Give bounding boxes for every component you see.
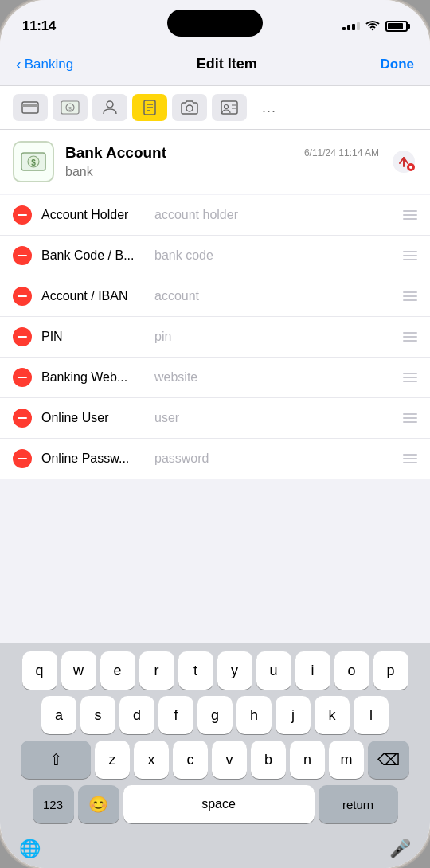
key-a[interactable]: a [41,696,76,734]
key-f[interactable]: f [158,696,194,734]
status-time: 11:14 [22,18,56,34]
wifi-icon [366,21,380,32]
toolbar-money-btn[interactable]: $ [53,94,88,121]
field-label-bank-code: Bank Code / B... [41,248,145,263]
drag-banking-web[interactable] [403,373,417,382]
key-n[interactable]: n [290,741,325,779]
key-o[interactable]: o [334,651,369,690]
field-value-pin: pin [154,330,393,344]
field-value-account-iban: account [154,289,393,303]
send-button[interactable] [390,148,417,175]
globe-icon[interactable]: 🌐 [19,839,41,859]
keyboard: q w e r t y u i o p a s d f g h j k [0,643,430,868]
svg-rect-0 [22,102,38,113]
svg-rect-11 [221,101,237,114]
keyboard-row-2: a s d f g h j k l [3,696,427,734]
key-t[interactable]: t [178,651,213,690]
svg-text:$: $ [31,158,36,167]
field-value-banking-web: website [154,370,393,385]
field-row-online-passw: Online Passw... password [0,439,430,479]
drag-online-passw[interactable] [403,454,417,463]
svg-point-12 [225,105,229,109]
item-header: $ Bank Account 6/11/24 11:14 AM [0,130,430,194]
key-w[interactable]: w [61,651,96,690]
phone-frame: 11:14 [0,0,430,868]
field-label-online-user: Online User [41,411,145,425]
toolbar-camera-btn[interactable] [172,94,207,121]
key-e[interactable]: e [100,651,135,690]
field-label-online-passw: Online Passw... [41,452,145,466]
toolbar-card-btn[interactable] [13,94,48,121]
key-k[interactable]: k [315,696,350,734]
field-row-banking-web: Banking Web... website [0,358,430,398]
item-name-input[interactable] [65,165,379,179]
key-u[interactable]: u [256,651,291,690]
status-icons [342,21,408,32]
svg-point-10 [186,105,193,111]
delete-online-user-btn[interactable] [13,409,32,428]
drag-pin[interactable] [403,332,417,342]
key-z[interactable]: z [95,741,130,779]
shift-key[interactable]: ⇧ [21,741,91,779]
mic-icon[interactable]: 🎤 [389,839,411,859]
key-v[interactable]: v [212,741,247,779]
key-c[interactable]: c [173,741,208,779]
battery-icon [385,21,408,32]
key-y[interactable]: y [217,651,252,690]
field-value-account-holder: account holder [154,208,393,222]
done-button[interactable]: Done [381,57,415,72]
field-row-account-iban: Account / IBAN account [0,276,430,317]
fields-list: Account Holder account holder Bank Code … [0,195,430,479]
return-key[interactable]: return [319,785,398,823]
key-x[interactable]: x [134,741,169,779]
svg-point-21 [409,166,412,169]
back-chevron-icon: ‹ [16,55,22,73]
key-l[interactable]: l [354,696,389,734]
field-label-banking-web: Banking Web... [41,370,145,385]
key-d[interactable]: d [119,696,154,734]
key-q[interactable]: q [22,651,57,690]
delete-account-iban-btn[interactable] [13,287,32,306]
field-label-pin: PIN [41,330,145,344]
key-p[interactable]: p [373,651,408,690]
delete-pin-btn[interactable] [13,327,32,346]
item-title-row: Bank Account 6/11/24 11:14 AM [65,144,379,162]
space-key[interactable]: space [123,785,315,823]
delete-banking-web-btn[interactable] [13,368,32,387]
delete-key[interactable]: ⌫ [368,741,409,779]
emoji-key[interactable]: 😊 [78,785,119,823]
delete-account-holder-btn[interactable] [13,205,32,225]
drag-account-iban[interactable] [403,291,417,301]
phone-screen: 11:14 [0,0,430,868]
key-s[interactable]: s [80,696,115,734]
item-icon: $ [13,141,54,182]
key-i[interactable]: i [295,651,330,690]
keyboard-row-4: 123 😊 space return [3,785,427,823]
drag-bank-code[interactable] [403,251,417,260]
toolbar-more-btn[interactable]: ... [252,94,287,121]
nav-bar: ‹ Banking Edit Item Done [0,43,430,86]
delete-online-passw-btn[interactable] [13,449,32,468]
field-label-account-iban: Account / IBAN [41,289,145,303]
back-button[interactable]: ‹ Banking [16,56,73,73]
toolbar-note-btn[interactable] [132,94,167,121]
delete-bank-code-btn[interactable] [13,246,32,265]
item-header-content: Bank Account 6/11/24 11:14 AM [65,144,379,179]
numbers-key[interactable]: 123 [33,785,74,823]
svg-text:$: $ [68,106,72,111]
drag-online-user[interactable] [403,413,417,423]
key-h[interactable]: h [236,696,272,734]
key-g[interactable]: g [197,696,233,734]
key-m[interactable]: m [329,741,364,779]
key-b[interactable]: b [251,741,286,779]
signal-icon [342,22,360,30]
keyboard-bottom-bar: 🌐 🎤 [3,830,427,868]
svg-point-5 [107,101,113,108]
toolbar-person-btn[interactable] [92,94,127,121]
item-name: Bank Account [65,144,166,162]
key-r[interactable]: r [139,651,174,690]
drag-account-holder[interactable] [403,210,417,220]
toolbar-contact-btn[interactable] [212,94,247,121]
key-j[interactable]: j [276,696,311,734]
toolbar: $ [0,86,430,130]
